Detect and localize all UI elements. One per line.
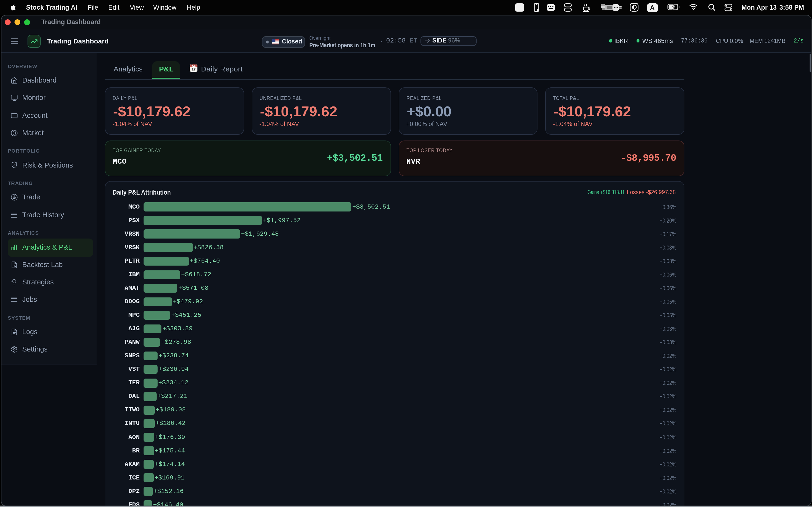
svg-text:JUL: JUL	[192, 65, 196, 67]
svg-text:17: 17	[192, 67, 196, 71]
